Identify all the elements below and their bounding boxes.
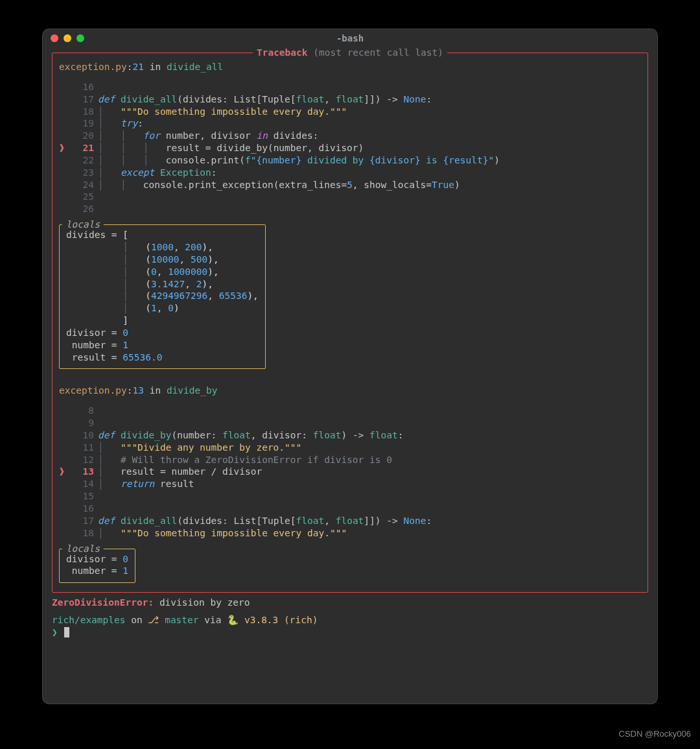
- code-line: 16: [59, 503, 641, 515]
- line-number: 16: [68, 81, 98, 93]
- code-content: def divide_all(divides: List[Tuple[float…: [98, 515, 641, 527]
- shell-input-line[interactable]: ❯: [52, 626, 648, 639]
- code-line: 18│ """Do something impossible every day…: [59, 527, 641, 540]
- window-title: -bash: [43, 32, 657, 44]
- code-line: 14│ return result: [59, 478, 641, 490]
- watermark: CSDN @Rocky006: [619, 729, 691, 740]
- line-number: 17: [68, 515, 98, 527]
- line-number: 19: [68, 117, 98, 130]
- locals-row: number = 1: [66, 565, 128, 577]
- code-content: │ │ │ console.print(f"{number} divided b…: [98, 154, 641, 167]
- code-line: ❱13│ result = number / divisor: [59, 466, 641, 478]
- code-block: 1617def divide_all(divides: List[Tuple[f…: [59, 81, 641, 215]
- line-number: 20: [68, 130, 98, 142]
- locals-row: │ (1000, 200),: [66, 241, 259, 254]
- code-content: [98, 405, 641, 417]
- prompt-symbol: ❯: [52, 627, 58, 637]
- code-content: [98, 490, 641, 503]
- line-marker-icon: [59, 117, 68, 130]
- code-line: 17def divide_all(divides: List[Tuple[flo…: [59, 93, 641, 106]
- code-content: │ │ for number, divisor in divides:: [98, 130, 641, 142]
- line-number: 9: [68, 417, 98, 429]
- line-marker-icon: [59, 167, 68, 179]
- line-marker-icon: [59, 515, 68, 527]
- locals-row: │ (1, 0): [66, 302, 259, 315]
- locals-panel: localsdivides = [ │ (1000, 200), │ (1000…: [59, 224, 266, 369]
- code-line: 17def divide_all(divides: List[Tuple[flo…: [59, 515, 641, 527]
- code-line: 25: [59, 191, 641, 203]
- code-content: │ │ │ result = divide_by(number, divisor…: [98, 142, 641, 154]
- code-content: [98, 81, 641, 93]
- line-marker-icon: ❱: [59, 142, 68, 154]
- code-content: [98, 417, 641, 429]
- code-content: │ """Do something impossible every day."…: [98, 527, 641, 540]
- line-marker-icon: [59, 106, 68, 118]
- code-content: def divide_all(divides: List[Tuple[float…: [98, 93, 641, 106]
- line-marker-icon: [59, 203, 68, 215]
- line-marker-icon: ❱: [59, 466, 68, 478]
- code-line: 16: [59, 81, 641, 93]
- code-line: 15: [59, 490, 641, 503]
- code-line: 20│ │ for number, divisor in divides:: [59, 130, 641, 142]
- line-marker-icon: [59, 130, 68, 142]
- locals-panel: localsdivisor = 0 number = 1: [59, 549, 135, 584]
- error-type: ZeroDivisionError:: [52, 597, 154, 608]
- code-line: 10def divide_by(number: float, divisor: …: [59, 429, 641, 442]
- line-marker-icon: [59, 442, 68, 454]
- code-line: 12│ # Will throw a ZeroDivisionError if …: [59, 454, 641, 466]
- line-number: 12: [68, 454, 98, 466]
- line-number: 25: [68, 191, 98, 203]
- terminal-body[interactable]: Traceback (most recent call last) except…: [43, 47, 657, 645]
- locals-panel-title: locals: [62, 219, 104, 231]
- traceback-label: Traceback: [257, 47, 308, 58]
- locals-row: │ (10000, 500),: [66, 254, 259, 266]
- line-marker-icon: [59, 454, 68, 466]
- line-number: 23: [68, 167, 98, 179]
- code-line: 9: [59, 417, 641, 429]
- line-number: 17: [68, 93, 98, 106]
- terminal-window: -bash Traceback (most recent call last) …: [43, 29, 657, 704]
- line-marker-icon: [59, 527, 68, 540]
- code-content: def divide_by(number: float, divisor: fl…: [98, 429, 641, 442]
- code-content: │ """Divide any number by zero.""": [98, 442, 641, 454]
- line-marker-icon: [59, 191, 68, 203]
- line-number: 16: [68, 503, 98, 515]
- line-number: 26: [68, 203, 98, 215]
- locals-row: result = 65536.0: [66, 351, 259, 364]
- line-number: 14: [68, 478, 98, 490]
- line-number: 18: [68, 106, 98, 118]
- traceback-panel: Traceback (most recent call last) except…: [52, 53, 648, 593]
- code-line: 19│ try:: [59, 117, 641, 130]
- frame-header: exception.py:13 in divide_by: [59, 385, 641, 397]
- line-marker-icon: [59, 417, 68, 429]
- line-number: 8: [68, 405, 98, 417]
- code-line: 23│ except Exception:: [59, 167, 641, 179]
- locals-row: │ (3.1427, 2),: [66, 278, 259, 291]
- code-content: │ return result: [98, 478, 641, 490]
- code-content: │ # Will throw a ZeroDivisionError if di…: [98, 454, 641, 466]
- locals-row: divisor = 0: [66, 327, 259, 339]
- code-line: 11│ """Divide any number by zero.""": [59, 442, 641, 454]
- line-number: 13: [68, 466, 98, 478]
- line-marker-icon: [59, 429, 68, 442]
- code-line: 8: [59, 405, 641, 417]
- line-marker-icon: [59, 93, 68, 106]
- locals-row: │ (0, 1000000),: [66, 266, 259, 278]
- code-content: │ result = number / divisor: [98, 466, 641, 478]
- code-block: 8910def divide_by(number: float, divisor…: [59, 405, 641, 539]
- code-content: │ """Do something impossible every day."…: [98, 106, 641, 118]
- line-number: 24: [68, 179, 98, 191]
- line-marker-icon: [59, 478, 68, 490]
- locals-panel-title: locals: [62, 543, 104, 555]
- code-line: 22│ │ │ console.print(f"{number} divided…: [59, 154, 641, 167]
- line-marker-icon: [59, 503, 68, 515]
- code-content: │ try:: [98, 117, 641, 130]
- traceback-sublabel: (most recent call last): [313, 47, 443, 58]
- code-line: ❱21│ │ │ result = divide_by(number, divi…: [59, 142, 641, 154]
- line-marker-icon: [59, 179, 68, 191]
- code-content: [98, 503, 641, 515]
- traceback-frames: exception.py:21 in divide_all1617def div…: [59, 61, 641, 587]
- line-number: 18: [68, 527, 98, 540]
- code-line: 18│ """Do something impossible every day…: [59, 106, 641, 118]
- line-marker-icon: [59, 154, 68, 167]
